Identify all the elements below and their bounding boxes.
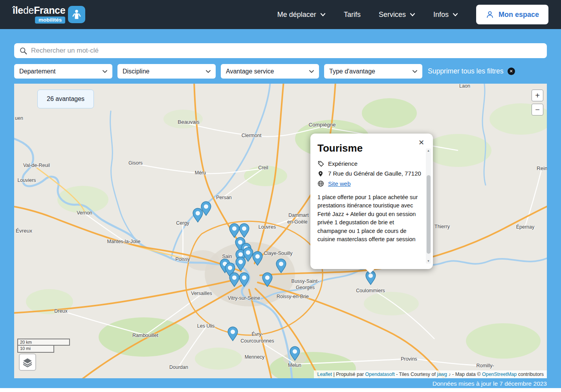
user-icon [486,10,494,19]
filter-dropdown-label: Departement [19,68,56,75]
attribution-text: - Tiles Courtesy of [396,372,436,377]
mon-espace-button[interactable]: Mon espace [476,5,548,24]
clear-filters-button[interactable]: Supprimer tous les filtres ✕ [428,67,515,75]
filter-dropdown-label: Discipline [123,68,149,75]
popup-scrollbar[interactable]: ▲ ▼ [426,148,431,264]
map-pins [14,84,547,378]
zoom-in-button[interactable]: + [532,90,543,101]
attribution-text: contributors [518,372,544,377]
filter-dropdown-label: Avantage service [226,68,274,75]
filter-dropdown-label: Type d'avantage [329,68,375,75]
scroll-down-arrow[interactable]: ▼ [426,259,431,264]
leaflet-link[interactable]: Leaflet [317,372,332,377]
nav-item-label: Infos [433,11,449,19]
chevron-down-icon [309,70,314,73]
marker-pin-icon [276,258,286,273]
marker-pin-icon [239,272,249,287]
popup-close-button[interactable]: ✕ [418,138,424,147]
map-marker-pin[interactable] [290,346,300,361]
logo-subtitle: mobilités [35,16,65,24]
filter-row: DepartementDisciplineAvantage serviceTyp… [14,64,547,79]
scroll-up-arrow[interactable]: ▲ [426,148,431,153]
scale-mi: 10 mi [17,346,54,353]
nav-item-label: Me déplacer [277,11,316,19]
marker-pin-icon [239,223,249,238]
search-bar [14,43,547,58]
nav-item-label: Tarifs [344,11,361,19]
chevron-down-icon [103,70,107,73]
nav-item-tarifs[interactable]: Tarifs [344,11,361,19]
search-panel: DepartementDisciplineAvantage serviceTyp… [0,29,561,392]
search-input[interactable] [31,47,542,55]
layers-icon [22,357,33,367]
marker-pin-icon [290,346,300,361]
marker-pin-icon [252,251,263,266]
filter-dropdown-departement[interactable]: Departement [14,64,112,79]
search-icon [19,47,28,55]
results-count-badge: 26 avantages [37,90,94,108]
scrollbar-thumb[interactable] [427,175,431,254]
chevron-down-icon [320,13,326,16]
scale-km: 20 km [17,339,70,346]
idfm-person-icon [68,6,85,23]
marker-pin-icon [201,201,211,216]
popup-description: 1 place offerte pour 1 place achetée sur… [317,193,421,244]
data-updated-note: Données mises à jour le 7 décembre 2023 [14,380,547,389]
nav-item-infos[interactable]: Infos [433,11,458,19]
marker-pin-icon [227,326,238,341]
map-marker-pin[interactable] [252,251,263,266]
jawg-link[interactable]: jawg [437,372,447,377]
map-marker-pin[interactable] [239,223,249,238]
marker-pin-icon [235,256,246,271]
opendatasoft-link[interactable]: Opendatasoft [365,372,395,377]
map-marker-pin[interactable] [201,201,211,216]
filter-dropdown-discipline[interactable]: Discipline [117,64,216,79]
marker-pin-icon [229,223,240,238]
map-marker-pin[interactable] [239,272,249,287]
chevron-down-icon [410,13,415,16]
map-scale: 20 km 10 mi [17,339,70,353]
zoom-out-button[interactable]: − [532,104,543,115]
popup-tail [365,269,375,273]
popup-address: 7 Rue du Général de Gaulle, 77120 [328,170,421,178]
logo-title: îledeFrance [13,5,65,15]
filter-dropdowns: DepartementDisciplineAvantage serviceTyp… [14,64,422,79]
map-popup: ✕ Tourisme Expérience 7 Rue du Général d… [310,134,433,269]
next-section-edge [0,388,561,392]
nav-item-services[interactable]: Services [379,11,415,19]
marker-pin-icon [229,272,240,287]
chevron-down-icon [412,70,417,73]
chevron-down-icon [453,13,458,16]
map[interactable]: uenBeauvaisCompiègneLaonClermontGisorsMé… [14,84,547,378]
filter-dropdown-type-avantage[interactable]: Type d'avantage [324,64,422,79]
top-header: îledeFrance mobilités Me déplacerTarifsS… [0,0,561,29]
map-marker-pin[interactable] [227,326,238,341]
map-marker-pin[interactable] [276,258,286,273]
chevron-down-icon [206,70,211,73]
main-nav: Me déplacerTarifsServicesInfos [277,11,458,19]
clear-filters-label: Supprimer tous les filtres [428,67,504,75]
mon-espace-label: Mon espace [499,11,539,19]
map-attribution: Leaflet | Propulsé par Opendatasoft - Ti… [314,370,547,378]
map-marker-pin[interactable] [229,223,240,238]
map-marker-pin[interactable] [235,256,246,271]
attribution-text: - Map data © [452,372,480,377]
attribution-text: | Propulsé par [333,372,364,377]
globe-icon [317,180,324,187]
popup-title: Tourisme [317,142,421,154]
location-pin-icon [317,170,324,178]
clear-filters-icon: ✕ [508,68,515,75]
popup-website-link[interactable]: Site web [328,180,351,188]
nav-item-me-deplacer[interactable]: Me déplacer [277,11,326,19]
popup-category: Expérience [328,160,358,168]
map-marker-pin[interactable] [262,272,273,287]
openstreetmap-link[interactable]: OpenStreetMap [482,372,517,377]
tag-icon [317,160,324,167]
idfm-logo[interactable]: îledeFrance mobilités [13,5,85,24]
layers-control[interactable] [19,354,36,371]
marker-pin-icon [262,272,273,287]
nav-item-label: Services [379,11,406,19]
zoom-controls: + − [532,90,543,115]
filter-dropdown-avantage-service[interactable]: Avantage service [221,64,319,79]
map-marker-pin[interactable] [229,272,240,287]
